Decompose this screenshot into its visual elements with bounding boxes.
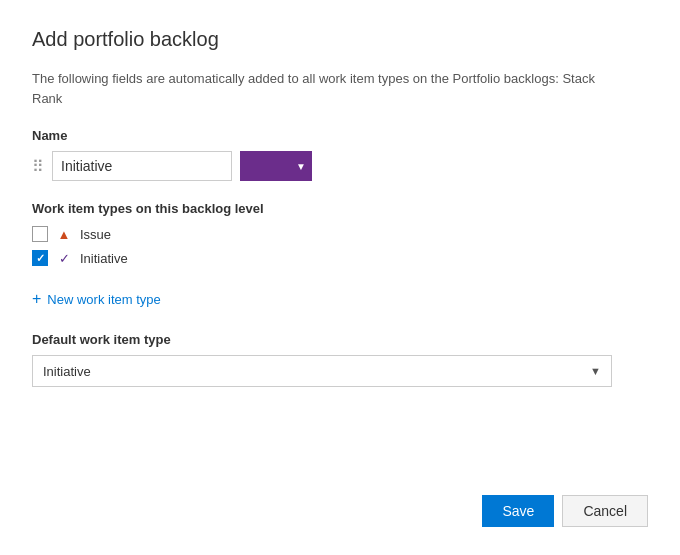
plus-icon: + <box>32 290 41 308</box>
dialog-footer: Save Cancel <box>482 495 648 527</box>
dropdown-chevron-icon: ▼ <box>590 365 601 377</box>
add-new-work-item-type-button[interactable]: + New work item type <box>32 290 648 308</box>
chevron-down-icon: ▼ <box>296 161 306 172</box>
default-work-item-dropdown[interactable]: Initiative ▼ <box>32 355 612 387</box>
initiative-type-icon: ✓ <box>56 250 72 266</box>
default-work-item-label: Default work item type <box>32 332 648 347</box>
work-item-row-issue: ▲ Issue <box>32 226 648 242</box>
add-new-label: New work item type <box>47 292 160 307</box>
issue-label: Issue <box>80 227 111 242</box>
issue-icon: ▲ <box>56 226 72 242</box>
dropdown-selected-value: Initiative <box>43 364 91 379</box>
work-item-types-section: Work item types on this backlog level ▲ … <box>32 201 648 274</box>
dialog-title: Add portfolio backlog <box>32 28 648 51</box>
work-item-types-label: Work item types on this backlog level <box>32 201 648 216</box>
initiative-checkbox[interactable] <box>32 250 48 266</box>
dialog-description: The following fields are automatically a… <box>32 69 612 108</box>
name-row: ⠿ ▼ <box>32 151 648 181</box>
name-field-label: Name <box>32 128 648 143</box>
name-input[interactable] <box>52 151 232 181</box>
drag-icon: ⠿ <box>32 157 44 176</box>
issue-checkbox[interactable] <box>32 226 48 242</box>
work-item-row-initiative: ✓ Initiative <box>32 250 648 266</box>
add-portfolio-backlog-dialog: Add portfolio backlog The following fiel… <box>0 0 680 555</box>
initiative-label: Initiative <box>80 251 128 266</box>
cancel-button[interactable]: Cancel <box>562 495 648 527</box>
save-button[interactable]: Save <box>482 495 554 527</box>
color-picker-button[interactable]: ▼ <box>240 151 312 181</box>
